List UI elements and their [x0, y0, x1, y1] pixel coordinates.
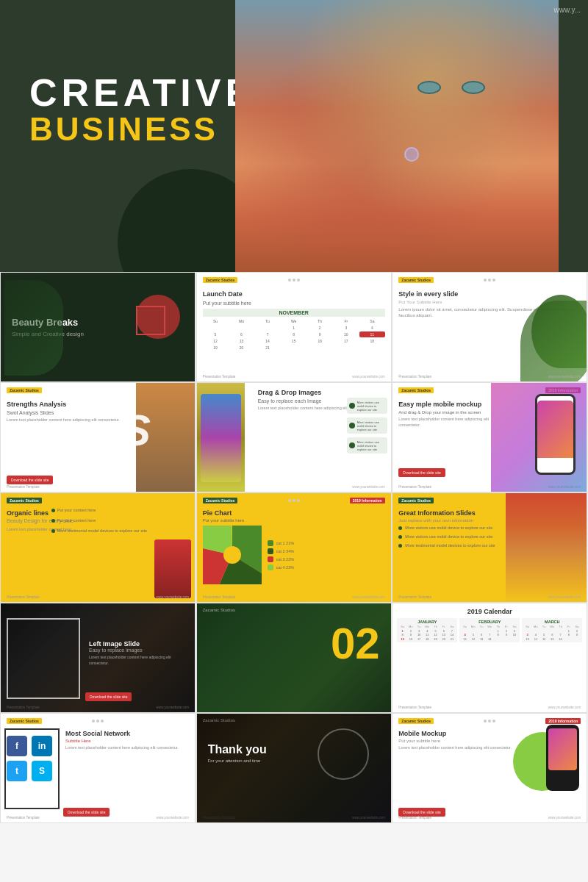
social-subtitle: Subtitle Here [65, 739, 189, 743]
org-dot2 [51, 519, 55, 523]
launch-title: Launch Date [203, 290, 385, 298]
strengths-btn[interactable]: Download the slide site [7, 476, 53, 484]
mar-d6: 1 [564, 629, 573, 633]
organic-list1: Put your content here [57, 508, 96, 512]
strengths-photo: S [136, 383, 195, 492]
pie-badge-red: 2019 Information [350, 498, 385, 503]
launch-subtitle: Put your subtitle here [203, 301, 385, 306]
jan-d8: 8 [398, 633, 406, 637]
slides-grid: Beauty Breaks Simple and Creative design… [0, 272, 588, 823]
feb-d10: 6 [478, 633, 486, 637]
mm2-phone [546, 725, 579, 791]
cal-n18: 15 [281, 338, 306, 344]
num02-brand: Zacamic Studios [203, 608, 235, 612]
svg-point-4 [223, 546, 241, 564]
slide-social: Zacamic Studios f in t S Most Social Net… [0, 713, 196, 823]
mm2-dot2 [488, 720, 491, 723]
dd-title: Drag & Drop Images [258, 389, 385, 396]
cal-day-su: Su [203, 318, 229, 324]
jan-d11: 11 [423, 633, 431, 637]
slide-organic: Zacamic Studios Organic lines Beauty Des… [0, 492, 196, 603]
feb-d17: 13 [478, 637, 486, 641]
mobile1-brand: Zacamic Studios [398, 387, 434, 393]
ty-title: Thank you [208, 743, 267, 756]
jan-d16: 16 [407, 637, 415, 641]
social-dot1 [92, 720, 95, 723]
d-tu1: Tu [415, 625, 423, 628]
mobile1-btn[interactable]: Download the slide site [398, 468, 445, 477]
cal-n16: 13 [229, 338, 254, 344]
cal-n3 [255, 325, 281, 331]
legend-color3 [268, 556, 273, 562]
social-frame [4, 728, 60, 809]
slide-style: Zacamic Studios Style in every slide Put… [392, 272, 587, 382]
mobile1-title: Easy mple mobile mockup [398, 401, 494, 408]
social-dots [92, 720, 104, 723]
jan-d7: 7 [448, 629, 456, 633]
d-fr1: Fr [440, 625, 448, 628]
dd-dot2 [349, 423, 355, 429]
mm2-brand: Zacamic Studios [398, 718, 434, 724]
mobile1-phone [535, 394, 576, 475]
mm2-text: Lorem text placeholder content here adip… [398, 745, 516, 751]
cal-month-name: NOVEMBER [203, 309, 385, 317]
cal2019-mar-name: MARCH [523, 620, 581, 624]
strengths-brand: Zacamic Studios [7, 387, 42, 393]
mar-d5 [556, 629, 564, 633]
info-brand: Zacamic Studios [398, 498, 434, 503]
slide-dragdrop: Drag & Drop Images Easy to replace each … [196, 382, 392, 492]
cal-n5: 2 [307, 325, 333, 331]
jan-d17: 17 [415, 637, 423, 641]
dh-tu2: Tu [478, 625, 486, 628]
pie-dot1 [288, 499, 291, 502]
pie-dot3 [297, 499, 300, 502]
organic-item3: More testimonial model devices to explor… [51, 528, 147, 533]
slide-launch-date: Zacamic Studios Launch Date Put your sub… [196, 272, 392, 382]
mar-d4 [548, 629, 556, 633]
mar-d19: 14 [556, 637, 564, 641]
cal-n23: 20 [229, 345, 254, 351]
slide-number02: Zacamic Studios 02 Presentation Template… [196, 603, 392, 713]
leftimg-btn[interactable]: Download the slide site [85, 692, 132, 701]
mm2-badge-red: 2019 Information [545, 718, 581, 724]
cal-day-th: Th [307, 318, 333, 324]
mm2-footer-template: Presentation Template [398, 816, 431, 820]
feb-d3 [478, 629, 486, 633]
organic-item2: Put your content here [51, 518, 147, 523]
mobile1-screen [537, 401, 573, 458]
dd-dot1 [349, 403, 355, 409]
mar-d18: 13 [548, 637, 556, 641]
pie-title: Pie Chart [203, 509, 385, 517]
ty-brand: Zacamic Studios [203, 718, 235, 723]
cal2019-grid: JANUARY Su Mo Tu We Th Fr Sa 1 2 3 4 5 6… [397, 618, 582, 642]
cal2019-feb-days: Su Mo Tu We Th Fr Sa 1 2 3 4 5 6 [461, 625, 518, 641]
legend-item4: cat 4 23% [268, 564, 294, 570]
jan-d14: 14 [448, 633, 456, 637]
mar-d17: 12 [540, 637, 548, 641]
feb-d4 [486, 629, 494, 633]
mar-d1 [523, 629, 531, 633]
jan-d4: 4 [423, 629, 431, 633]
strengths-footer: Presentation Template [7, 485, 189, 489]
dh-su2: Su [461, 625, 469, 628]
mm2-screen [548, 728, 577, 770]
pie-dot2 [293, 499, 295, 502]
feb-d5: 1 [494, 629, 502, 633]
jan-d1: 1 [398, 629, 406, 633]
legend-label4: cat 4 23% [276, 565, 294, 570]
organic-list3: More testimonial model devices to explor… [57, 528, 147, 533]
jan-d21: 21 [448, 637, 456, 641]
pie-legend: cat 1 21% cat 2 34% cat 3 22% cat 4 23% [268, 540, 294, 570]
cal-n13: 10 [334, 331, 359, 337]
style-brand: Zacamic Studios [398, 277, 434, 283]
cal-n19: 16 [307, 338, 333, 344]
social-text: Lorem text placeholder content here adip… [65, 745, 189, 751]
ty-circle-deco [318, 728, 369, 780]
info-footer-website: www.yourwebsite.com [548, 595, 581, 599]
organic-footer-template: Presentation Template [7, 595, 40, 599]
pie-container: cat 1 21% cat 2 34% cat 3 22% cat 4 23% [203, 526, 385, 584]
mm2-dot1 [484, 720, 487, 723]
cal2019-feb-name: FEBRUARY [461, 620, 518, 624]
legend-item1: cat 1 21% [268, 540, 294, 546]
feb-d15: 11 [461, 637, 469, 641]
